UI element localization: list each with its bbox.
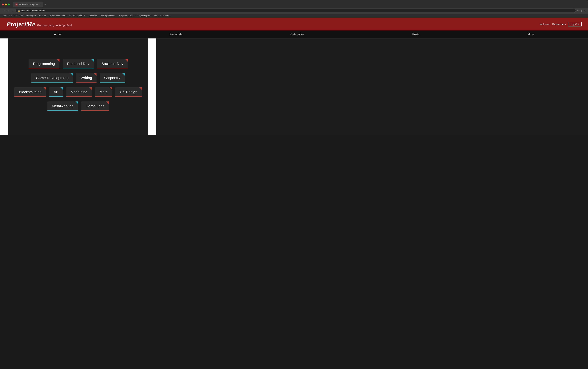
category-row-3: MetalworkingHome Labs — [47, 102, 109, 111]
sidebar-left — [0, 39, 8, 135]
tab-bar: PM ProjectMe: Categories × + — [13, 2, 586, 7]
browser-chrome: PM ProjectMe: Categories × + ← → ↺ 🔒 loc… — [0, 0, 588, 18]
nav-item-about[interactable]: About — [51, 32, 65, 37]
tab-close-button[interactable]: × — [39, 3, 41, 6]
category-tile-writing[interactable]: Writing — [76, 73, 97, 82]
bookmark-item[interactable]: Apps — [2, 14, 7, 17]
bookmark-item[interactable]: Cheat Sheets for Fr... — [69, 14, 87, 17]
bookmark-item[interactable]: Handling Authentic... — [99, 14, 117, 17]
logo-area: ProjectMe Find your next, perfect projec… — [6, 20, 72, 28]
nav-item-categories[interactable]: Categories — [287, 32, 307, 37]
categories-grid: ProgrammingFrontend DevBackend DevGame D… — [14, 59, 142, 111]
bookmark-item[interactable]: Coderbyte — [88, 14, 98, 17]
bookmark-item[interactable]: Meetups — [39, 14, 47, 17]
username-display: Daxlor Heru — [552, 23, 566, 25]
bookmark-item[interactable]: GA-SEI-7 — [9, 14, 18, 17]
maximize-button[interactable] — [8, 3, 10, 5]
category-tile-math[interactable]: Math — [95, 87, 112, 97]
menu-icon[interactable]: ⋮ — [584, 9, 586, 12]
bookmark-item[interactable]: Reading List — [26, 14, 37, 17]
site-header: ProjectMe Find your next, perfect projec… — [0, 18, 588, 31]
logo-tagline: Find your next, perfect project! — [37, 24, 72, 27]
welcome-label: Welcome! — [540, 23, 550, 25]
toolbar-actions: ☆ ⚙ ⋮ — [577, 9, 586, 12]
category-tile-programming[interactable]: Programming — [29, 59, 60, 68]
main-nav: AboutProjectMeCategoriesPostsMore — [0, 31, 588, 39]
tab-favicon: PM — [15, 3, 18, 6]
extensions-icon[interactable]: ⚙ — [580, 9, 583, 12]
category-row-0: ProgrammingFrontend DevBackend Dev — [29, 59, 128, 68]
header-right: Welcome! Daxlor Heru Log Out — [540, 22, 582, 26]
site-logo[interactable]: ProjectMe — [6, 20, 35, 28]
category-tile-home-labs[interactable]: Home Labs — [81, 102, 109, 111]
lock-icon: 🔒 — [18, 10, 20, 12]
page-content: ProgrammingFrontend DevBackend DevGame D… — [8, 39, 148, 135]
category-row-1: Game DevelopmentWritingCarpentry — [31, 73, 125, 82]
category-tile-game-development[interactable]: Game Development — [31, 73, 73, 82]
new-tab-button[interactable]: + — [44, 3, 46, 6]
app-wrapper: ProjectMe Find your next, perfect projec… — [0, 18, 588, 135]
category-tile-metalworking[interactable]: Metalworking — [47, 102, 78, 111]
outer-wrapper: ProgrammingFrontend DevBackend DevGame D… — [0, 39, 588, 135]
category-tile-carpentry[interactable]: Carpentry — [100, 73, 125, 82]
address-bar-row: ← → ↺ 🔒 localhost:3000/categories ☆ ⚙ ⋮ — [0, 8, 588, 14]
url-text: localhost:3000/categories — [21, 10, 45, 12]
bookmark-icon[interactable]: ☆ — [577, 9, 579, 12]
forward-button[interactable]: → — [6, 9, 10, 12]
category-tile-blacksmithing[interactable]: Blacksmithing — [14, 87, 46, 97]
bookmarks-bar: AppsGA-SEI-7CSSReading ListMeetupsLinked… — [0, 14, 588, 18]
category-tile-art[interactable]: Art — [49, 87, 63, 97]
back-button[interactable]: ← — [2, 9, 5, 12]
traffic-lights — [2, 3, 10, 5]
active-tab[interactable]: PM ProjectMe: Categories × — [13, 2, 43, 7]
nav-item-more[interactable]: More — [524, 32, 537, 37]
bookmark-item[interactable]: CSS — [19, 14, 24, 17]
bookmark-item[interactable]: mongoose-CRUD-... — [118, 14, 136, 17]
bookmark-item[interactable]: ProjectMe | Trello — [137, 14, 152, 17]
category-row-2: BlacksmithingArtMachiningMathUX Design — [14, 87, 142, 97]
address-bar[interactable]: 🔒 localhost:3000/categories — [15, 9, 576, 13]
logout-button[interactable]: Log Out — [568, 22, 582, 26]
bookmark-item[interactable]: LinkedIn Job Search... — [48, 14, 67, 17]
nav-item-posts[interactable]: Posts — [409, 32, 423, 37]
category-tile-frontend-dev[interactable]: Frontend Dev — [63, 59, 94, 68]
titlebar: PM ProjectMe: Categories × + — [0, 1, 588, 8]
close-button[interactable] — [2, 3, 4, 5]
category-tile-ux-design[interactable]: UX Design — [115, 87, 142, 97]
sidebar-right — [148, 39, 156, 135]
category-tile-machining[interactable]: Machining — [66, 87, 92, 97]
nav-item-projectme[interactable]: ProjectMe — [166, 32, 186, 37]
tab-label: ProjectMe: Categories — [19, 3, 38, 6]
bookmark-item[interactable]: Online regex tester... — [154, 14, 171, 17]
category-tile-backend-dev[interactable]: Backend Dev — [97, 59, 128, 68]
minimize-button[interactable] — [5, 3, 7, 5]
refresh-button[interactable]: ↺ — [11, 9, 14, 12]
